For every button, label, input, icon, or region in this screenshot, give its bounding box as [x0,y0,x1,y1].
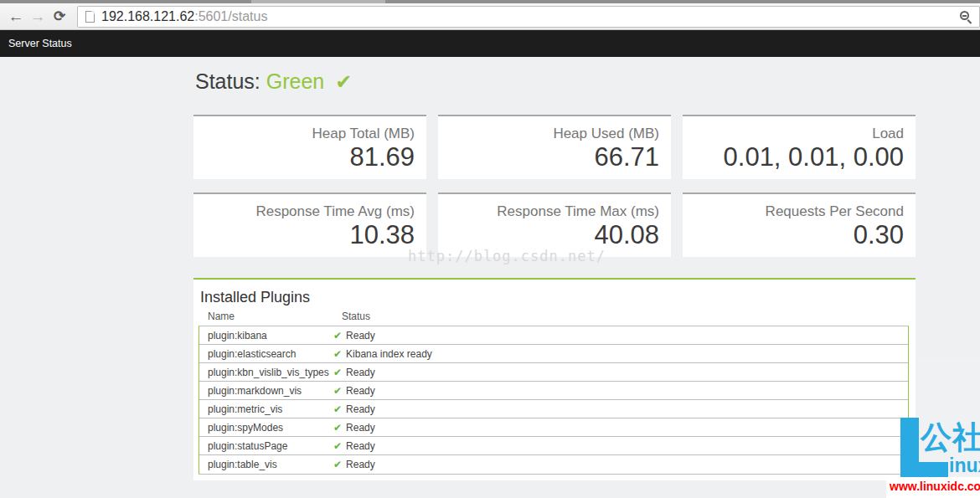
plugin-name: plugin:table_vis [199,459,333,470]
plugin-status: ✔Ready [333,403,375,415]
navbar-title: Server Status [8,38,72,49]
linuxidc-logo-l-icon [900,462,948,477]
check-icon: ✔ [333,367,342,378]
metric-value: 66.71 [438,142,659,172]
plugin-status: ✔Ready [333,440,375,452]
url-host: 192.168.121.62 [101,9,194,23]
table-row: plugin:elasticsearch ✔Kibana index ready [199,345,908,363]
plugin-status-text: Ready [346,403,375,415]
plugin-status-text: Kibana index ready [346,348,432,360]
table-row: plugin:kibana ✔Ready [199,326,908,345]
page-icon [85,11,95,23]
plugin-name: plugin:kibana [199,330,333,341]
check-icon: ✔ [333,440,342,452]
status-check-icon: ✔ [335,70,352,93]
plugin-status-text: Ready [346,422,375,434]
check-icon: ✔ [333,403,342,415]
plugin-name: plugin:markdown_vis [199,385,333,397]
plugin-status: ✔Ready [333,459,375,470]
back-icon[interactable]: ← [5,6,27,28]
table-row: plugin:kbn_vislib_vis_types ✔Ready [199,363,908,382]
metric-label: Heap Total (MB) [193,126,415,142]
check-icon: ✔ [333,459,342,470]
metric-label: Requests Per Second [683,203,904,220]
check-icon: ✔ [333,422,342,434]
installed-plugins-panel: Installed Plugins Name Status plugin:kib… [193,278,916,480]
status-page: Status: Green ✔ Heap Total (MB) 81.69 He… [0,57,980,498]
metric-value: 10.38 [193,220,415,250]
plugins-table: plugin:kibana ✔Ready plugin:elasticsearc… [199,326,909,475]
metric-value: 81.69 [193,142,415,172]
linuxidc-logo-latin-text: inux [949,454,980,477]
plugin-status-text: Ready [346,330,375,341]
plugin-name: plugin:metric_vis [199,403,333,415]
app-navbar: Server Status [0,30,980,57]
csdn-watermark: http://blog.csdn.net/ [408,248,606,264]
metric-label: Response Time Avg (ms) [193,203,415,220]
metric-card-response-avg: Response Time Avg (ms) 10.38 [193,193,426,257]
table-row: plugin:markdown_vis ✔Ready [199,382,908,400]
plugin-name: plugin:kbn_vislib_vis_types [199,367,333,378]
status-label: Status: [195,69,260,93]
forward-icon[interactable]: → [27,6,49,28]
plugins-table-header: Name Status [208,311,916,322]
table-row: plugin:statusPage ✔Ready [199,437,908,455]
table-row: plugin:metric_vis ✔Ready [199,400,908,418]
column-header-status: Status [342,311,370,322]
plugin-status-text: Ready [346,459,375,470]
metrics-grid: Heap Total (MB) 81.69 Heap Used (MB) 66.… [193,115,916,257]
plugin-name: plugin:elasticsearch [199,348,333,360]
plugin-name: plugin:spyModes [199,422,333,434]
address-bar[interactable]: 192.168.121.62:5601/status [77,6,980,28]
metric-card-heap-total: Heap Total (MB) 81.69 [193,115,426,179]
metric-value: 0.01, 0.01, 0.00 [683,142,904,172]
metric-card-requests: Requests Per Second 0.30 [683,193,916,257]
status-value: Green [266,69,324,93]
plugins-title: Installed Plugins [200,289,916,306]
plugin-status: ✔Ready [333,385,375,397]
linuxidc-logo-cn-text: 公社 [921,417,980,459]
plugin-status: ✔Kibana index ready [333,348,432,360]
metric-value: 40.08 [438,220,659,250]
metric-label: Heap Used (MB) [438,126,659,142]
metric-card-load: Load 0.01, 0.01, 0.00 [683,115,916,179]
url-text[interactable]: 192.168.121.62:5601/status [101,9,267,24]
reload-icon[interactable]: ⟳ [49,6,70,28]
metric-value: 0.30 [683,220,904,250]
check-icon: ✔ [333,385,342,397]
url-path: :5601/status [194,9,267,23]
table-row: plugin:table_vis ✔Ready [199,455,908,474]
plugin-status: ✔Ready [333,367,375,378]
plugin-status-text: Ready [346,367,375,378]
browser-toolbar: ← → ⟳ 192.168.121.62:5601/status [0,3,980,30]
plugin-status: ✔Ready [333,330,375,341]
plugin-status-text: Ready [346,385,375,397]
linuxidc-url-watermark: www.linuxidc.com [890,480,980,493]
zoom-out-icon[interactable] [960,11,969,20]
page-title: Status: Green ✔ [195,69,352,94]
column-header-name: Name [208,311,342,322]
check-icon: ✔ [333,330,342,341]
metric-card-heap-used: Heap Used (MB) 66.71 [438,115,671,179]
check-icon: ✔ [333,348,342,360]
metric-label: Load [683,126,904,142]
metric-label: Response Time Max (ms) [438,203,659,220]
table-row: plugin:spyModes ✔Ready [199,418,908,437]
plugin-status-text: Ready [346,440,375,452]
plugin-name: plugin:statusPage [199,440,333,452]
plugin-status: ✔Ready [333,422,375,434]
